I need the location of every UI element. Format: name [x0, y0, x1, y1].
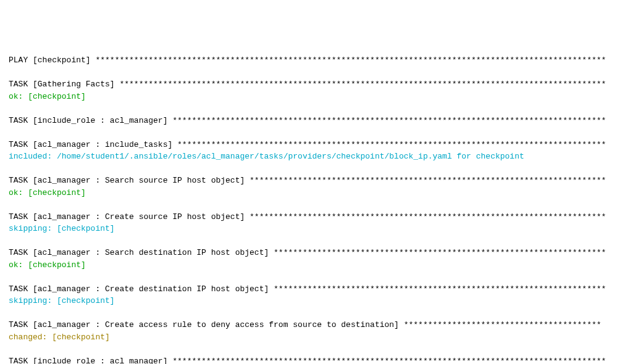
output-line [9, 271, 616, 283]
output-line: TASK [acl_manager : Create access rule t… [9, 319, 616, 331]
output-segment: skipping: [checkpoint] [9, 296, 115, 305]
output-segment: PLAY [checkpoint] **********************… [9, 56, 606, 65]
output-line [9, 307, 616, 320]
output-line: TASK [include_role : acl_manager] ******… [9, 115, 616, 127]
output-line [9, 67, 616, 79]
output-line: TASK [acl_manager : Create destination I… [9, 283, 616, 296]
output-line [9, 343, 616, 355]
output-segment: TASK [acl_manager : Create access rule t… [9, 320, 602, 329]
output-segment: ok: [checkpoint] [9, 260, 86, 270]
output-line [9, 235, 616, 247]
output-line: TASK [acl_manager : Search destination I… [9, 247, 616, 259]
output-segment: ok: [checkpoint] [9, 188, 86, 197]
output-line [9, 163, 616, 175]
output-line: TASK [acl_manager : include_tasks] *****… [9, 139, 616, 151]
output-line: skipping: [checkpoint] [9, 295, 616, 307]
output-line: changed: [checkpoint] [9, 331, 616, 344]
output-segment: TASK [Gathering Facts] *****************… [9, 80, 606, 89]
output-segment: TASK [acl_manager : include_tasks] *****… [9, 140, 606, 149]
output-segment: TASK [acl_manager : Search destination I… [9, 248, 606, 257]
output-segment: TASK [acl_manager : Create destination I… [9, 284, 606, 294]
output-line: PLAY [checkpoint] **********************… [9, 54, 616, 67]
output-segment: changed: [checkpoint] [9, 333, 110, 342]
output-line: ok: [checkpoint] [9, 259, 616, 271]
terminal-output: PLAY [checkpoint] **********************… [9, 54, 616, 364]
output-line: TASK [acl_manager : Search source IP hos… [9, 175, 616, 187]
output-line [9, 126, 616, 139]
output-line: skipping: [checkpoint] [9, 223, 616, 235]
output-segment: TASK [acl_manager : Search source IP hos… [9, 176, 606, 185]
output-line [9, 102, 616, 115]
output-line: TASK [Gathering Facts] *****************… [9, 78, 616, 91]
output-segment: included: /home/student1/.ansible/roles/… [9, 152, 524, 161]
output-segment: ok: [checkpoint] [9, 92, 86, 101]
output-segment: TASK [acl_manager : Create source IP hos… [9, 212, 606, 221]
output-segment: TASK [include_role : acl_manager] ******… [9, 357, 606, 365]
output-line: TASK [include_role : acl_manager] ******… [9, 355, 616, 365]
output-line [9, 199, 616, 211]
output-segment: skipping: [checkpoint] [9, 224, 115, 233]
output-line: ok: [checkpoint] [9, 187, 616, 199]
output-line: TASK [acl_manager : Create source IP hos… [9, 211, 616, 223]
output-segment: TASK [include_role : acl_manager] ******… [9, 116, 606, 125]
output-line: ok: [checkpoint] [9, 91, 616, 103]
output-line: included: /home/student1/.ansible/roles/… [9, 151, 616, 163]
